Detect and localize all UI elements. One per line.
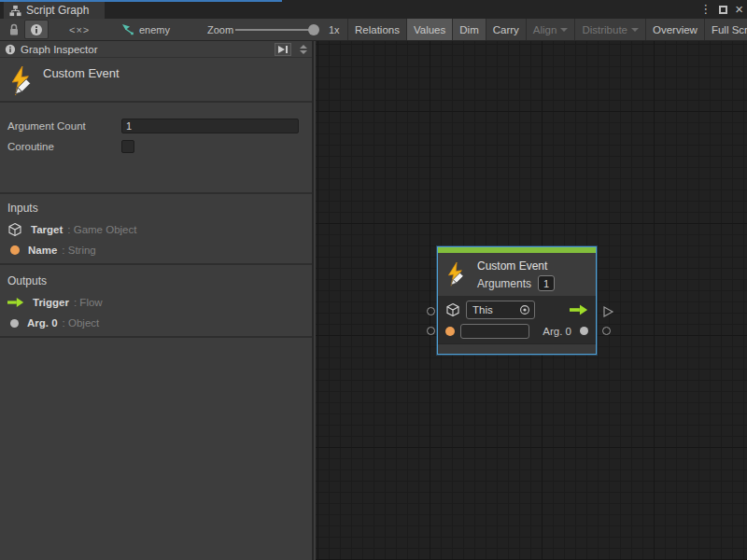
spinner-down-icon [300,50,307,54]
node-title: Custom Event [477,259,547,273]
coroutine-checkbox[interactable] [121,140,134,153]
node-footer [438,343,596,354]
graph-reference[interactable]: enemy [121,19,170,40]
node-input-port-target[interactable] [427,307,435,315]
object-picker-icon [519,304,530,315]
green-arrow-icon [7,297,24,308]
cube-icon [7,222,22,237]
cube-icon [445,302,460,317]
event-header-block: Custom Event [0,58,312,103]
title-bar: Script Graph ⋮ × [0,0,747,19]
argument-count-row: Argument Count [7,118,304,134]
gray-dot-icon [580,327,588,335]
node-arguments: Arguments 1 [477,275,555,291]
outputs-header: Outputs [7,274,47,287]
dim-button[interactable]: Dim [452,19,485,40]
node-body: This Arg. 0 [438,296,596,343]
arguments-label: Arguments [477,277,531,290]
arguments-value-field[interactable]: 1 [538,275,555,291]
zoom-label: Zoom [207,19,233,40]
window-controls: ⋮ × [699,2,743,17]
menu-icon[interactable]: ⋮ [699,2,712,17]
info-icon [5,44,16,55]
graph-canvas[interactable]: Custom Event Arguments 1 This [316,41,747,560]
node-row-arg0: Arg. 0 [438,320,596,342]
graph-inspector-header: Graph Inspector [0,41,312,58]
orange-dot-icon [10,245,20,255]
chevron-down-icon [560,28,568,32]
input-port-target: Target : Game Object [7,222,136,237]
chevron-down-icon [631,28,639,32]
carry-button[interactable]: Carry [486,19,526,40]
argument-count-label: Argument Count [7,120,121,132]
input-port-name: Name : String [7,243,96,258]
node-output-port-arg0[interactable] [602,327,611,335]
script-graph-window: Script Graph ⋮ × <×> [0,0,747,560]
dock-panel-button[interactable] [275,43,291,56]
outputs-section: Outputs Trigger : Flow Arg. 0 : Object [0,267,312,338]
tab-script-graph[interactable]: Script Graph [4,2,105,19]
orange-dot-icon [445,327,455,336]
inspector-toggle-button[interactable] [24,20,49,39]
coroutine-label: Coroutine [7,141,121,152]
gray-dot-icon [10,319,19,328]
node-input-port-name[interactable] [427,327,435,335]
graph-hierarchy-icon [9,5,21,17]
event-settings: Argument Count Coroutine [0,105,312,194]
distribute-dropdown-button[interactable]: Distribute [574,19,645,40]
info-icon [30,23,43,36]
target-object-dropdown[interactable]: This [466,301,535,319]
inspector-event-title: Custom Event [43,66,120,80]
code-view-icon[interactable]: <×> [69,19,90,40]
script-graph-asset-icon [121,23,134,35]
node-output-port-trigger[interactable] [601,305,614,318]
close-icon[interactable]: × [735,2,743,17]
inputs-section: Inputs Target : Game Object Name : Strin… [0,194,312,265]
toolbar-button-group: Relations Values Dim Carry Align Distrib… [347,19,747,40]
full-screen-button[interactable]: Full Screen [704,19,747,40]
zoom-value: 1x [329,19,340,40]
zoom-slider-track[interactable] [235,29,316,31]
graph-inspector-panel: Graph Inspector Custom Event A [0,41,314,560]
custom-event-node[interactable]: Custom Event Arguments 1 This [437,246,597,355]
arg0-label: Arg. 0 [543,326,571,337]
name-value-field[interactable] [460,324,529,339]
node-row-target: This [438,299,596,320]
tab-label: Script Graph [26,4,89,17]
align-dropdown-button[interactable]: Align [526,19,575,40]
graph-reference-label: enemy [139,24,170,35]
overview-button[interactable]: Overview [645,19,704,40]
relations-button[interactable]: Relations [347,19,406,40]
coroutine-row: Coroutine [7,138,304,155]
output-port-arg0: Arg. 0 : Object [7,315,99,330]
values-button[interactable]: Values [406,19,452,40]
toolbar: <×> enemy Zoom 1x Relations Values Dim [0,19,747,41]
custom-event-icon [445,260,470,288]
maximize-icon[interactable] [719,6,727,14]
node-header[interactable]: Custom Event Arguments 1 [438,253,596,296]
dock-arrow-icon [277,45,289,54]
output-port-trigger: Trigger : Flow [7,295,103,310]
inputs-header: Inputs [7,202,38,215]
green-arrow-icon [570,304,588,315]
argument-count-input[interactable] [121,119,299,133]
lock-icon[interactable] [7,19,21,40]
custom-event-icon [8,64,38,98]
panel-spinner[interactable] [298,42,309,57]
panel-title: Graph Inspector [21,44,270,55]
zoom-slider-handle[interactable] [308,24,319,35]
spinner-up-icon [300,45,307,49]
